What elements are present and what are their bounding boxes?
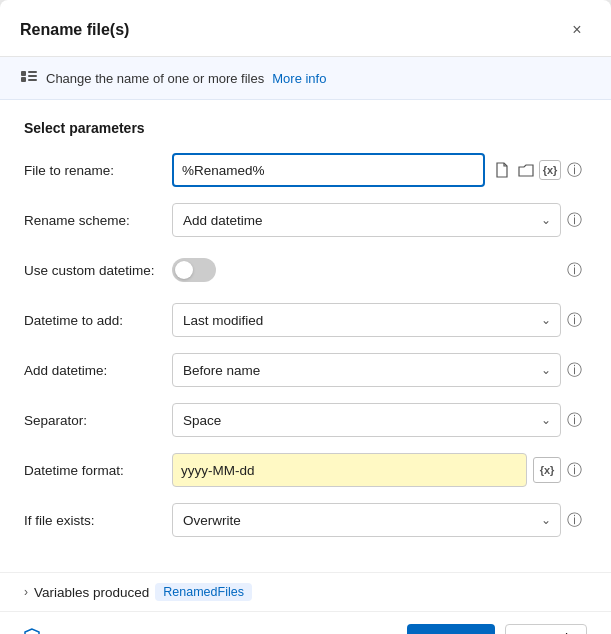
svg-rect-4: [28, 79, 37, 81]
datetime-format-row: Datetime format: {x} ⓘ: [24, 452, 587, 488]
variables-chevron-icon[interactable]: ›: [24, 585, 28, 599]
file-to-rename-control: {x}: [172, 153, 561, 187]
separator-control: Space None Dash Underscore ⌄: [172, 403, 561, 437]
close-button[interactable]: ×: [563, 16, 591, 44]
variables-row: › Variables produced RenamedFiles: [0, 572, 611, 611]
file-to-rename-input[interactable]: [172, 153, 485, 187]
footer: On error Save Cancel: [0, 611, 611, 634]
use-custom-datetime-info-btn[interactable]: ⓘ: [561, 257, 587, 283]
separator-select-wrapper: Space None Dash Underscore ⌄: [172, 403, 561, 437]
file-to-rename-info-btn[interactable]: ⓘ: [561, 157, 587, 183]
toggle-knob: [175, 261, 193, 279]
dialog-title: Rename file(s): [20, 21, 129, 39]
separator-row: Separator: Space None Dash Underscore ⌄ …: [24, 402, 587, 438]
rename-scheme-row: Rename scheme: Add datetime Replace text…: [24, 202, 587, 238]
if-file-exists-select[interactable]: Overwrite Skip Add sequential suffix: [172, 503, 561, 537]
variables-label: Variables produced: [34, 585, 149, 600]
if-file-exists-label: If file exists:: [24, 513, 172, 528]
add-datetime-row: Add datetime: Before name After name ⌄ ⓘ: [24, 352, 587, 388]
add-datetime-select[interactable]: Before name After name: [172, 353, 561, 387]
datetime-format-info-btn[interactable]: ⓘ: [561, 457, 587, 483]
if-file-exists-info-btn[interactable]: ⓘ: [561, 507, 587, 533]
rename-scheme-info-btn[interactable]: ⓘ: [561, 207, 587, 233]
datetime-to-add-select[interactable]: Last modified Created Current: [172, 303, 561, 337]
rename-dialog: Rename file(s) × Change the name of one …: [0, 0, 611, 634]
datetime-to-add-info-btn[interactable]: ⓘ: [561, 307, 587, 333]
svg-rect-3: [28, 75, 37, 77]
datetime-to-add-row: Datetime to add: Last modified Created C…: [24, 302, 587, 338]
info-bar: Change the name of one or more files Mor…: [0, 57, 611, 100]
if-file-exists-row: If file exists: Overwrite Skip Add seque…: [24, 502, 587, 538]
save-button[interactable]: Save: [407, 624, 495, 634]
more-info-link[interactable]: More info: [272, 71, 326, 86]
datetime-to-add-control: Last modified Created Current ⌄: [172, 303, 561, 337]
title-bar: Rename file(s) ×: [0, 0, 611, 57]
info-bar-text: Change the name of one or more files: [46, 71, 264, 86]
info-bar-icon: [20, 67, 38, 89]
datetime-format-label: Datetime format:: [24, 463, 172, 478]
file-to-rename-row: File to rename: {x}: [24, 152, 587, 188]
file-to-rename-label: File to rename:: [24, 163, 172, 178]
separator-label: Separator:: [24, 413, 172, 428]
form-content: Select parameters File to rename:: [0, 100, 611, 572]
footer-buttons: Save Cancel: [407, 624, 587, 634]
datetime-to-add-label: Datetime to add:: [24, 313, 172, 328]
rename-scheme-label: Rename scheme:: [24, 213, 172, 228]
use-custom-datetime-row: Use custom datetime: ⓘ: [24, 252, 587, 288]
use-custom-datetime-control: [172, 258, 561, 282]
svg-rect-0: [21, 71, 26, 76]
file-input-icons: {x}: [491, 159, 561, 181]
if-file-exists-control: Overwrite Skip Add sequential suffix ⌄: [172, 503, 561, 537]
shield-icon: [24, 628, 40, 634]
svg-rect-1: [21, 77, 26, 82]
datetime-format-input[interactable]: [172, 453, 527, 487]
add-datetime-info-btn[interactable]: ⓘ: [561, 357, 587, 383]
file-icon[interactable]: [491, 159, 513, 181]
folder-icon[interactable]: [515, 159, 537, 181]
use-custom-datetime-label: Use custom datetime:: [24, 263, 172, 278]
datetime-format-control: {x}: [172, 453, 561, 487]
add-datetime-label: Add datetime:: [24, 363, 172, 378]
datetime-format-variable-icon[interactable]: {x}: [533, 457, 561, 483]
separator-info-btn[interactable]: ⓘ: [561, 407, 587, 433]
rename-scheme-control: Add datetime Replace text Change extensi…: [172, 203, 561, 237]
add-datetime-select-wrapper: Before name After name ⌄: [172, 353, 561, 387]
rename-scheme-select-wrapper: Add datetime Replace text Change extensi…: [172, 203, 561, 237]
use-custom-datetime-toggle-wrapper: [172, 258, 216, 282]
section-title: Select parameters: [24, 120, 587, 136]
if-file-exists-select-wrapper: Overwrite Skip Add sequential suffix ⌄: [172, 503, 561, 537]
cancel-button[interactable]: Cancel: [505, 624, 587, 634]
separator-select[interactable]: Space None Dash Underscore: [172, 403, 561, 437]
use-custom-datetime-toggle[interactable]: [172, 258, 216, 282]
variables-badge: RenamedFiles: [155, 583, 252, 601]
rename-scheme-select[interactable]: Add datetime Replace text Change extensi…: [172, 203, 561, 237]
add-datetime-control: Before name After name ⌄: [172, 353, 561, 387]
variable-icon[interactable]: {x}: [539, 160, 561, 180]
on-error-button[interactable]: On error: [24, 628, 96, 634]
datetime-to-add-select-wrapper: Last modified Created Current ⌄: [172, 303, 561, 337]
svg-rect-2: [28, 71, 37, 73]
